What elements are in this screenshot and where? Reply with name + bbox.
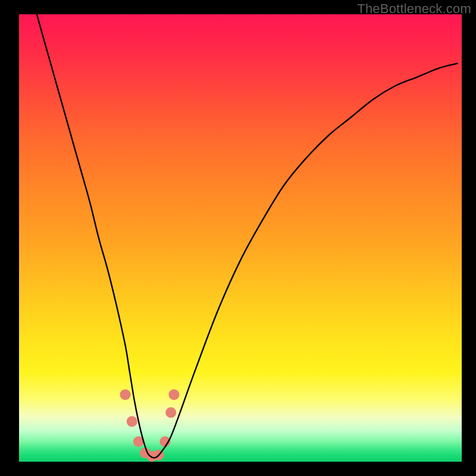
curve-layer <box>19 14 462 462</box>
watermark-text: TheBottleneck.com <box>357 1 471 17</box>
bottleneck-curve <box>37 14 458 458</box>
chart-frame: TheBottleneck.com <box>0 0 476 476</box>
plot-area <box>19 14 462 462</box>
highlight-dot <box>168 389 179 400</box>
highlight-dot <box>165 407 176 418</box>
marker-group <box>120 389 180 462</box>
highlight-dot <box>127 416 137 427</box>
highlight-dot <box>120 389 131 400</box>
